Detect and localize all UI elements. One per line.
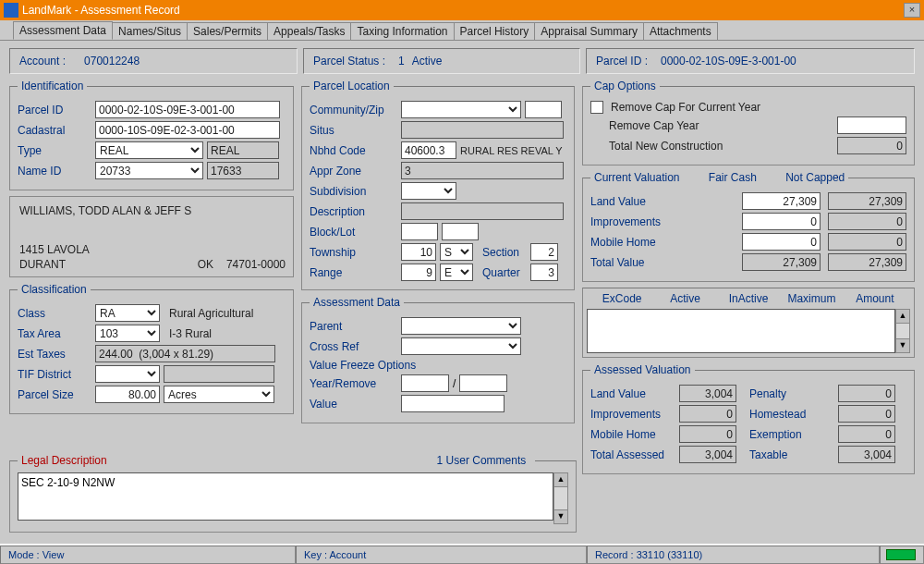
tab-taxing-information[interactable]: Taxing Information (350, 22, 454, 40)
status-indicator (880, 546, 924, 564)
community-label: Community/Zip (310, 104, 397, 116)
parcel-id-label: Parcel ID : (596, 55, 648, 67)
remove-cap-year-input[interactable] (837, 116, 906, 134)
section-input[interactable] (530, 243, 558, 261)
cv-mh-label: Mobile Home (590, 236, 683, 249)
assessed-valuation-group: Assessed Valuation Land Value Penalty Im… (582, 363, 915, 474)
tab-assessment-data[interactable]: Assessment Data (13, 21, 113, 40)
parcelid-input[interactable] (95, 101, 280, 118)
status-bar: Mode : View Key : Account Record : 33110… (0, 544, 924, 564)
cv-tot-fair (742, 253, 821, 271)
cv-mh-fair[interactable] (742, 233, 821, 251)
av-exemption-label: Exemption (749, 428, 834, 441)
tab-sales-permits[interactable]: Sales/Permits (187, 22, 268, 40)
av-exemption (838, 425, 895, 443)
cap-options-group: Cap Options Remove Cap For Current Year … (582, 80, 915, 166)
tab-appraisal-summary[interactable]: Appraisal Summary (534, 22, 644, 40)
nbhd-input[interactable] (401, 141, 456, 159)
description-label: Description (310, 205, 397, 218)
type-select[interactable]: REAL (95, 141, 203, 159)
ex-h-active: Active (653, 292, 716, 305)
parcel-status-bar: Parcel Status : 1 Active (303, 48, 580, 74)
titlebar: LandMark - Assessment Record × (0, 0, 924, 20)
tab-attachments[interactable]: Attachments (643, 22, 718, 40)
user-comments-link[interactable]: 1 User Comments (437, 454, 532, 467)
tif-select[interactable] (95, 365, 160, 383)
quarter-input[interactable] (530, 264, 558, 281)
freeze-value-label: Value (310, 398, 397, 411)
class-select[interactable]: RA (95, 304, 160, 322)
situs-label: Situs (310, 124, 397, 137)
esttaxes-value (95, 345, 275, 362)
tab-parcel-history[interactable]: Parcel History (454, 22, 536, 40)
township-dir[interactable]: S (440, 243, 473, 261)
account-bar: Account : 070012248 (9, 48, 298, 74)
nameid-label: Name ID (18, 165, 91, 178)
status-key: Key : Account (296, 546, 587, 564)
address-box: WILLIAMS, TODD ALAN & JEFF S 1415 LAVOLA… (9, 196, 294, 277)
crossref-label: Cross Ref (310, 340, 397, 353)
nameid-select[interactable]: 20733 (95, 162, 203, 179)
lot-input[interactable] (442, 223, 479, 240)
close-button[interactable]: × (904, 3, 920, 18)
nameid-readonly (207, 162, 279, 179)
av-penalty-label: Penalty (749, 387, 834, 400)
township-input[interactable] (401, 243, 436, 261)
remove-cap-label: Remove Cap For Current Year (611, 101, 760, 114)
account-value: 070012248 (84, 55, 140, 67)
cadastral-input[interactable] (95, 121, 280, 139)
esttaxes-label: Est Taxes (18, 348, 91, 361)
cv-mh-notcapped (828, 233, 906, 251)
excode-scrollbar[interactable]: ▲ ▼ (895, 309, 910, 353)
identification-group: Identification Parcel ID Cadastral Type … (9, 80, 294, 190)
legal-scrollbar[interactable]: ▲ ▼ (553, 472, 568, 524)
legal-description-text[interactable]: SEC 2-10-9 N2NW (18, 472, 553, 521)
type-readonly (207, 141, 279, 159)
parcel-id-value: 0000-02-10S-09E-3-001-00 (661, 55, 796, 67)
parcel-location-group: Parcel Location Community/Zip Situs Nbhd… (301, 80, 575, 290)
cv-land-fair[interactable] (742, 192, 821, 210)
scroll-up-icon[interactable]: ▲ (553, 472, 568, 487)
ex-h-inactive: InActive (717, 292, 780, 305)
freeze-value-input[interactable] (401, 395, 505, 412)
parent-select[interactable] (401, 317, 521, 335)
av-tot (679, 446, 736, 463)
freeze-year-input[interactable] (401, 374, 449, 392)
zip: 74701-0000 (226, 258, 286, 271)
tab-names-situs[interactable]: Names/Situs (112, 22, 188, 40)
parcelsize-input[interactable] (95, 386, 160, 403)
range-input[interactable] (401, 264, 436, 281)
parcelsize-unit[interactable]: Acres (164, 386, 274, 403)
remove-cap-checkbox[interactable] (590, 101, 603, 114)
freeze-remove-input[interactable] (459, 374, 507, 392)
app-icon (4, 3, 18, 18)
excode-group: ExCode Active InActive Maximum Amount ▲ … (582, 288, 915, 358)
new-construction-value (837, 137, 906, 154)
legal-description-legend: Legal Description (21, 454, 107, 467)
block-input[interactable] (401, 223, 438, 240)
cv-imp-notcapped (828, 213, 906, 230)
classification-group: Classification Class RA Rural Agricultur… (9, 283, 294, 414)
av-mh-label: Mobile Home (590, 428, 675, 441)
subdivision-select[interactable] (401, 182, 456, 200)
zip-input[interactable] (525, 101, 562, 118)
tab-strip: Assessment Data Names/Situs Sales/Permit… (0, 20, 924, 41)
parcel-status-num: 1 (398, 55, 405, 67)
situs-input (401, 121, 564, 139)
state: OK (198, 258, 213, 271)
parcel-location-legend: Parcel Location (310, 80, 394, 92)
taxarea-select[interactable]: 103 (95, 325, 160, 342)
excode-grid[interactable] (587, 309, 895, 353)
scroll-up-icon[interactable]: ▲ (895, 309, 910, 324)
range-dir[interactable]: E (440, 264, 473, 281)
cv-tot-notcapped (828, 253, 906, 271)
scroll-down-icon[interactable]: ▼ (895, 338, 910, 353)
tab-appeals-tasks[interactable]: Appeals/Tasks (267, 22, 351, 40)
cv-imp-fair[interactable] (742, 213, 821, 230)
av-mh (679, 425, 736, 443)
community-select[interactable] (401, 101, 521, 118)
status-mode: Mode : View (0, 546, 296, 564)
township-label: Township (310, 246, 397, 259)
crossref-select[interactable] (401, 337, 521, 355)
scroll-down-icon[interactable]: ▼ (553, 509, 568, 524)
